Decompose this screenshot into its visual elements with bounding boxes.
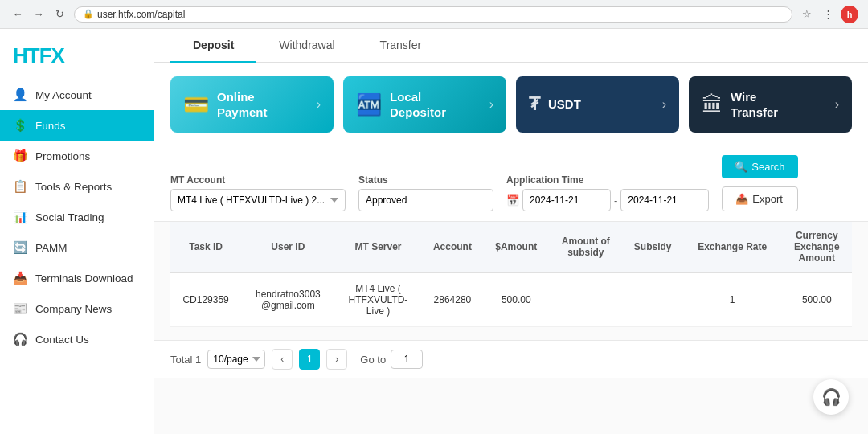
sidebar-item-my-account[interactable]: 👤My Account xyxy=(0,80,154,110)
col-task-id: Task ID xyxy=(170,222,241,272)
online-payment-icon: 💳 xyxy=(183,92,209,117)
logo-text: HTFX xyxy=(13,43,64,68)
export-button[interactable]: 📤 Export xyxy=(722,186,797,211)
online-payment-card[interactable]: 💳 OnlinePayment › xyxy=(170,76,334,133)
filter-row: MT Account MT4 Live ( HTFXVULTD-Live ) 2… xyxy=(170,155,852,211)
application-time-label: Application Time xyxy=(506,174,709,186)
local-depositor-card[interactable]: 🏧 LocalDepositor › xyxy=(343,76,506,133)
page-1-button[interactable]: 1 xyxy=(299,349,320,370)
search-label: Search xyxy=(751,161,784,173)
company-news-icon: 📰 xyxy=(13,301,27,316)
cell-task-id: CD129359 xyxy=(170,272,241,327)
browser-actions: ☆ ⋮ h xyxy=(799,6,858,23)
url-text: user.htfx.com/capital xyxy=(97,9,185,20)
promotions-icon: 🎁 xyxy=(13,149,27,163)
lock-icon: 🔒 xyxy=(83,9,94,19)
sidebar-item-social-trading[interactable]: 📊Social Trading xyxy=(0,202,154,232)
sidebar-label-promotions: Promotions xyxy=(35,150,90,162)
sidebar-label-funds: Funds xyxy=(35,120,66,132)
search-icon: 🔍 xyxy=(735,161,747,173)
cell-amount-subsidy xyxy=(549,272,622,327)
sidebar-item-pamm[interactable]: 🔄PAMM xyxy=(0,232,154,263)
tab-transfer[interactable]: Transfer xyxy=(358,29,444,63)
search-button[interactable]: 🔍 Search xyxy=(722,155,797,178)
browser-bar: ← → ↻ 🔒 user.htfx.com/capital ☆ ⋮ h xyxy=(0,0,868,29)
mt-account-filter: MT Account MT4 Live ( HTFXVULTD-Live ) 2… xyxy=(170,174,346,211)
sidebar-label-pamm: PAMM xyxy=(35,242,68,254)
headset-icon: 🎧 xyxy=(821,387,841,407)
header-row: Task ID User ID MT Server Account $Amoun… xyxy=(170,222,852,272)
sidebar-item-tools-reports[interactable]: 📋Tools & Reports xyxy=(0,171,154,202)
date-to-input[interactable] xyxy=(620,189,709,211)
user-avatar[interactable]: h xyxy=(841,6,858,23)
status-label: Status xyxy=(358,174,493,186)
wire-transfer-label: WireTransfer xyxy=(731,89,827,121)
col-user-id: User ID xyxy=(241,222,334,272)
page-size-select[interactable]: 10/page 20/page 50/page xyxy=(207,350,265,369)
usdt-icon: ₮ xyxy=(529,94,540,115)
date-from-input[interactable] xyxy=(522,189,611,211)
social-trading-icon: 📊 xyxy=(13,210,27,224)
sidebar-label-my-account: My Account xyxy=(35,89,92,101)
main-content: Deposit Withdrawal Transfer 💳 OnlinePaym… xyxy=(154,29,868,434)
table-row: CD129359 hendratno3003@gmail.com MT4 Liv… xyxy=(170,272,852,327)
col-subsidy: Subsidy xyxy=(622,222,682,272)
cell-currency-exchange: 500.00 xyxy=(782,272,852,327)
headset-fab[interactable]: 🎧 xyxy=(813,379,849,415)
refresh-button[interactable]: ↻ xyxy=(51,6,68,23)
sidebar-item-funds[interactable]: 💲Funds xyxy=(0,110,154,141)
sidebar-item-contact-us[interactable]: 🎧Contact Us xyxy=(0,324,154,354)
pagination: Total 1 10/page 20/page 50/page ‹ 1 › Go… xyxy=(154,340,868,378)
sidebar-item-terminals-download[interactable]: 📥Terminals Download xyxy=(0,263,154,293)
export-icon: 📤 xyxy=(735,193,748,205)
export-label: Export xyxy=(752,193,783,205)
usdt-label: USDT xyxy=(548,96,654,113)
table-header: Task ID User ID MT Server Account $Amoun… xyxy=(170,222,852,272)
my-account-icon: 👤 xyxy=(13,88,27,102)
sidebar-item-company-news[interactable]: 📰Company News xyxy=(0,293,154,324)
col-account: Account xyxy=(421,222,483,272)
tab-withdrawal[interactable]: Withdrawal xyxy=(256,29,357,63)
cell-mt-server: MT4 Live (HTFXVULTD-Live ) xyxy=(335,272,422,327)
url-bar[interactable]: 🔒 user.htfx.com/capital xyxy=(74,6,792,23)
goto-input[interactable] xyxy=(391,350,423,369)
cell-account: 2864280 xyxy=(421,272,483,327)
goto-section: Go to xyxy=(360,350,423,369)
usdt-card[interactable]: ₮ USDT › xyxy=(516,76,679,133)
cell-user-id: hendratno3003@gmail.com xyxy=(241,272,334,327)
tab-deposit[interactable]: Deposit xyxy=(170,29,256,63)
sidebar-item-promotions[interactable]: 🎁Promotions xyxy=(0,141,154,171)
sidebar: HTFX 👤My Account💲Funds🎁Promotions📋Tools … xyxy=(0,29,154,434)
online-payment-arrow: › xyxy=(317,97,321,112)
sidebar-label-contact-us: Contact Us xyxy=(35,334,89,346)
menu-icon[interactable]: ⋮ xyxy=(820,6,836,23)
table-body: CD129359 hendratno3003@gmail.com MT4 Liv… xyxy=(170,272,852,327)
star-icon[interactable]: ☆ xyxy=(799,6,815,23)
forward-button[interactable]: → xyxy=(31,6,47,23)
logo-black: HTF xyxy=(13,43,51,68)
wire-transfer-arrow: › xyxy=(835,97,839,112)
next-page-button[interactable]: › xyxy=(326,349,347,370)
wire-transfer-card[interactable]: 🏛 WireTransfer › xyxy=(689,76,852,133)
back-button[interactable]: ← xyxy=(10,6,26,23)
filter-section: MT Account MT4 Live ( HTFXVULTD-Live ) 2… xyxy=(154,145,868,222)
status-input[interactable] xyxy=(358,189,493,211)
usdt-arrow: › xyxy=(662,97,666,112)
mt-account-select[interactable]: MT4 Live ( HTFXVULTD-Live ) 2... xyxy=(170,189,346,211)
col-amount-subsidy: Amount ofsubsidy xyxy=(549,222,622,272)
date-filter: Application Time 📅 - xyxy=(506,174,709,211)
pamm-icon: 🔄 xyxy=(13,240,27,255)
status-filter: Status xyxy=(358,174,493,211)
local-depositor-arrow: › xyxy=(489,97,493,112)
prev-page-button[interactable]: ‹ xyxy=(272,349,293,370)
main-layout: HTFX 👤My Account💲Funds🎁Promotions📋Tools … xyxy=(0,29,868,434)
logo-cyan: X xyxy=(51,43,64,68)
browser-controls: ← → ↻ xyxy=(10,6,68,23)
date-range: 📅 - xyxy=(506,189,709,211)
col-currency-exchange: CurrencyExchangeAmount xyxy=(782,222,852,272)
contact-us-icon: 🎧 xyxy=(13,332,27,346)
funds-icon: 💲 xyxy=(13,118,27,133)
table-container: Task ID User ID MT Server Account $Amoun… xyxy=(154,222,868,340)
cell-subsidy xyxy=(622,272,682,327)
col-exchange-rate: Exchange Rate xyxy=(683,222,782,272)
